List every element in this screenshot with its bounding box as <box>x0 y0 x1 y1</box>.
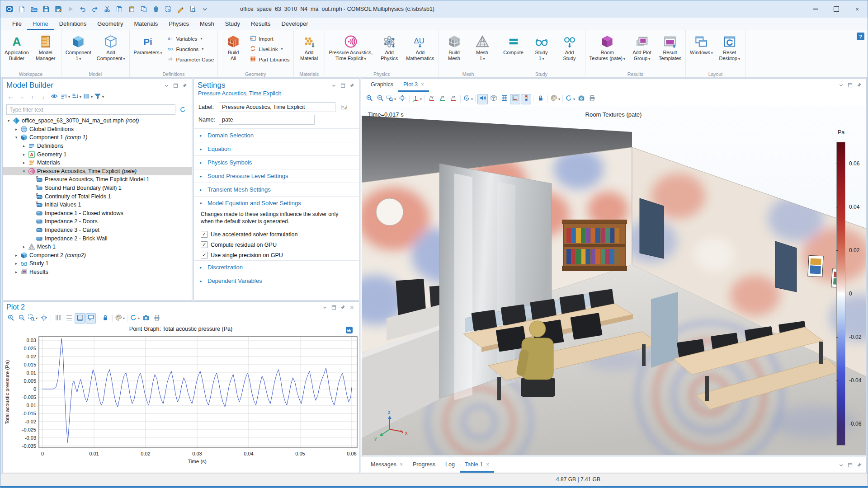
name-field[interactable]: pate <box>219 115 315 125</box>
section-header-sound-pressure-level-settings[interactable]: ▸Sound Pressure Level Settings <box>194 169 359 183</box>
tree-item-global-definitions[interactable]: ▸Global Definitions <box>3 125 192 134</box>
filter-input[interactable]: Type filter text <box>6 104 175 115</box>
menu-definitions[interactable]: Definitions <box>54 18 92 30</box>
camera-button[interactable] <box>576 94 586 104</box>
tree-item-study-1[interactable]: ▸Study 1 <box>3 259 192 268</box>
show-hide-eye-button[interactable] <box>49 92 59 102</box>
tree-item-office-space-63-30t0-n4-ma-out-mph[interactable]: ▾office_space_63_30T0_N4_ma_out.mph (roo… <box>3 117 192 125</box>
ribbon-model-manager-button[interactable]: ModelManager <box>32 33 60 62</box>
close-x-icon[interactable] <box>349 304 355 311</box>
3d-room-scene[interactable]: z x y <box>362 106 866 455</box>
checkbox-icon[interactable]: ✓ <box>201 252 208 258</box>
pin-icon[interactable] <box>340 304 346 311</box>
ribbon-build-mesh-button[interactable]: BuildMesh <box>440 33 468 62</box>
pin-icon[interactable] <box>856 462 863 469</box>
ribbon-reset-desktop-button[interactable]: ResetDesktop▾ <box>716 33 744 63</box>
open-icon[interactable] <box>28 4 39 14</box>
menu-materials[interactable]: Materials <box>128 18 163 30</box>
maximize-button[interactable] <box>826 0 847 18</box>
ribbon-mesh-1-button[interactable]: Mesh1▾ <box>468 33 496 63</box>
lock-button[interactable] <box>535 94 546 104</box>
ribbon-application-builder-button[interactable]: AApplicationBuilder <box>2 33 32 62</box>
ribbon-parameters-button[interactable]: PiParameters▾ <box>131 33 165 57</box>
ribbon-add-mathematics-button[interactable]: ΔUAddMathematics <box>403 33 437 62</box>
menu-home[interactable]: Home <box>27 18 54 30</box>
highlight-pen-icon[interactable] <box>175 4 186 14</box>
save-as-icon[interactable] <box>53 4 64 14</box>
tree-expander-icon[interactable]: ▸ <box>14 270 19 274</box>
save-icon[interactable] <box>41 4 52 14</box>
zoom-out-button[interactable] <box>16 313 27 324</box>
help-button[interactable]: ? <box>857 33 864 40</box>
paste-icon[interactable] <box>126 4 137 14</box>
section-header-physics-symbols[interactable]: ▸Physics Symbols <box>194 156 359 169</box>
ribbon-build-all-button[interactable]: BuildAll <box>219 33 247 62</box>
pin-icon[interactable] <box>349 82 355 89</box>
sort-ascending-button[interactable]: ▾ <box>60 92 71 102</box>
grid-button[interactable] <box>499 94 509 104</box>
tree-item-pressure-acoustics-time-explicit-model-1[interactable]: DPressure Acoustics, Time Explicit Model… <box>3 175 192 184</box>
tree-expander-icon[interactable]: ▸ <box>22 160 26 165</box>
float-icon[interactable] <box>330 304 337 311</box>
pin-icon[interactable] <box>181 82 188 89</box>
section-header-transient-mesh-settings[interactable]: ▸Transient Mesh Settings <box>194 183 359 196</box>
tree-item-component-2[interactable]: ▸Component 2 (comp2) <box>3 251 192 260</box>
menu-physics[interactable]: Physics <box>163 18 194 30</box>
tree-expander-icon[interactable]: ▸ <box>22 152 26 157</box>
tree-expander-icon[interactable]: ▾ <box>22 169 26 174</box>
filter-refresh-button[interactable] <box>178 104 188 115</box>
axis-frame-button[interactable] <box>75 313 85 324</box>
undo-icon[interactable] <box>77 4 88 14</box>
camera-button[interactable] <box>141 313 151 324</box>
refresh-button[interactable]: ▾ <box>129 313 140 324</box>
section-header-equation[interactable]: ▸Equation <box>194 142 359 155</box>
label-edit-button[interactable] <box>339 102 349 112</box>
section-header-model-equation-and-solver-settings[interactable]: ▾Model Equation and Solver Settings <box>194 197 359 210</box>
tree-expander-icon[interactable]: ▸ <box>22 244 26 249</box>
ribbon-study-1-button[interactable]: Study1▾ <box>528 33 556 63</box>
refresh-button[interactable]: ▾ <box>565 94 576 104</box>
comsol-logo-icon[interactable] <box>4 4 15 14</box>
checkbox-icon[interactable]: ✓ <box>201 241 208 248</box>
ribbon-add-plot-group-button[interactable]: Add PlotGroup▾ <box>628 33 656 63</box>
menu-file[interactable]: File <box>7 18 27 30</box>
triad-button[interactable]: ▾ <box>411 94 422 104</box>
zoom-box-button[interactable]: ▾ <box>386 94 396 104</box>
tab-messages[interactable]: Messages× <box>366 457 408 473</box>
grid-vertical-button[interactable] <box>53 313 63 324</box>
ribbon-result-templates-button[interactable]: ResultTemplates <box>656 33 684 62</box>
minimize-button[interactable] <box>805 0 826 18</box>
zoom-out-button[interactable] <box>375 94 385 104</box>
view-yz-button[interactable]: yz <box>437 94 448 104</box>
ribbon-functions-button[interactable]: f(x)Functions▾ <box>167 45 214 53</box>
section-header-domain-selection[interactable]: ▸Domain Selection <box>194 129 359 142</box>
tab-graphics[interactable]: Graphics <box>366 79 398 92</box>
palette-button[interactable]: ▾ <box>550 94 561 104</box>
tab-table-1[interactable]: Table 1× <box>460 457 494 473</box>
tree-item-impedance-2-doors[interactable]: Impedance 2 - Doors <box>3 217 192 226</box>
tree-item-continuity-of-total-fields-1[interactable]: DContinuity of Total Fields 1 <box>3 192 192 201</box>
tree-expander-icon[interactable]: ▾ <box>14 135 19 140</box>
cut-icon[interactable] <box>102 4 113 14</box>
tree-item-impedance-3-carpet[interactable]: Impedance 3 - Carpet <box>3 226 192 235</box>
tree-item-sound-hard-boundary-wall-1[interactable]: DSound Hard Boundary (Wall) 1 <box>3 184 192 192</box>
menu-results[interactable]: Results <box>245 18 276 30</box>
ribbon-variables-button[interactable]: a=Variables▾ <box>167 34 214 43</box>
checkbox-icon[interactable]: ✓ <box>201 231 208 238</box>
preview-doc-icon[interactable] <box>187 4 198 14</box>
node-columns-button[interactable]: ▾ <box>82 92 93 102</box>
axes-box-button[interactable] <box>510 94 520 104</box>
lock-button[interactable] <box>100 313 110 324</box>
ribbon-windows-button[interactable]: Windows▾ <box>687 33 716 57</box>
tab-progress[interactable]: Progress <box>408 457 440 473</box>
ribbon-compute-button[interactable]: Compute <box>500 33 528 56</box>
tree-item-initial-values-1[interactable]: DInitial Values 1 <box>3 201 192 209</box>
ribbon-livelink-button[interactable]: LiveLink▾ <box>250 45 289 53</box>
tree-item-results[interactable]: ▸Results <box>3 268 192 277</box>
delete-icon[interactable] <box>151 4 161 14</box>
tab-close-icon[interactable]: × <box>486 461 489 468</box>
menu-study[interactable]: Study <box>220 18 245 30</box>
ribbon-add-study-button[interactable]: AddStudy <box>556 33 584 62</box>
copy-icon[interactable] <box>114 4 125 14</box>
ribbon-import-button[interactable]: Import <box>250 34 289 43</box>
